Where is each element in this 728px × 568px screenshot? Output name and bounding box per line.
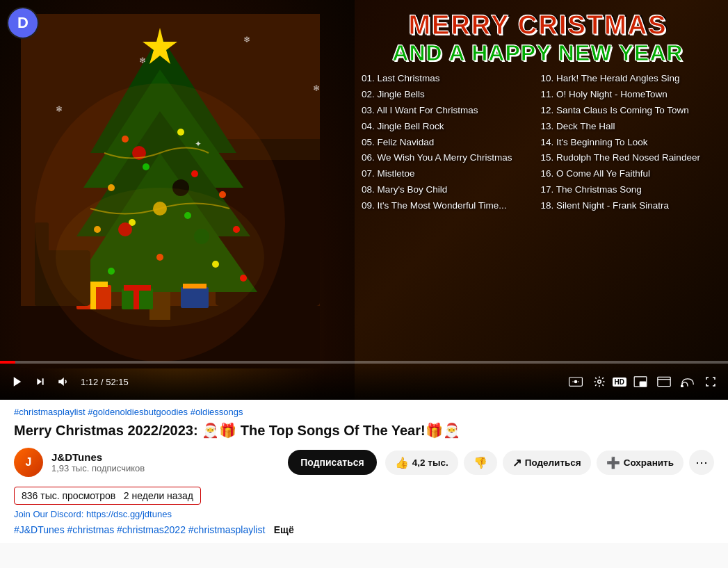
theater-button[interactable] xyxy=(654,373,674,390)
song-item: 02. Jingle Bells xyxy=(362,88,535,102)
channel-name[interactable]: J&DTunes xyxy=(51,451,280,463)
song-item: 04. Jingle Bell Rock xyxy=(362,120,535,134)
song-item: 17. The Christmas Song xyxy=(541,183,715,197)
save-button[interactable]: ➕ Сохранить xyxy=(597,451,683,475)
song-item: 01. Last Christmas xyxy=(362,72,535,86)
song-item: 06. We Wish You A Merry Christmas xyxy=(362,151,535,165)
below-video-section: #christmasplaylist #goldenoldiesbutgoodi… xyxy=(0,400,728,543)
song-item: 13. Deck The Hall xyxy=(541,120,715,134)
channel-avatar[interactable]: J xyxy=(14,448,43,477)
like-button[interactable]: 👍 4,2 тыс. xyxy=(385,451,458,475)
christmas-title: MERRY CRISTMAS AND A HAPPY NEW YEAR xyxy=(362,10,714,66)
snowflake: ❄ xyxy=(56,104,63,114)
dislike-button[interactable]: 👎 xyxy=(464,451,497,475)
save-icon: ➕ xyxy=(606,456,620,469)
svg-marker-43 xyxy=(37,378,42,384)
video-player[interactable]: ❄ ❄ ❄ ❄ ✦ ❄ D MERRY CRISTMAS AND A HAPPY… xyxy=(0,0,728,400)
svg-rect-53 xyxy=(658,377,670,386)
svg-rect-44 xyxy=(42,378,44,384)
discord-link[interactable]: Join Our Discord: https://dsc.gg/jdtunes xyxy=(14,509,714,519)
hd-badge: HD xyxy=(613,378,626,387)
share-button[interactable]: ↗ Поделиться xyxy=(503,451,591,475)
next-button[interactable] xyxy=(32,373,49,390)
svg-point-50 xyxy=(597,380,601,384)
tags-text[interactable]: #J&DTunes #christmas #christmas2022 #chr… xyxy=(14,524,265,535)
snowflake: ❄ xyxy=(243,35,250,44)
svg-marker-45 xyxy=(58,378,64,386)
snowflake: ✦ xyxy=(195,139,202,149)
christmas-tree-svg xyxy=(21,14,320,368)
svg-point-55 xyxy=(681,385,683,387)
fullscreen-button[interactable] xyxy=(702,373,720,391)
description-tags: #J&DTunes #christmas #christmas2022 #chr… xyxy=(14,524,714,536)
more-options-button[interactable]: ⋯ xyxy=(689,450,714,475)
svg-point-41 xyxy=(56,188,264,327)
volume-button[interactable] xyxy=(54,373,72,391)
video-tree-area: ❄ ❄ ❄ ❄ ✦ ❄ xyxy=(0,0,355,400)
song-item: 11. O! Holy Night - HomeTown xyxy=(541,88,715,102)
song-item: 18. Silent Night - Frank Sinatra xyxy=(541,199,715,213)
controls-bar: 1:12 / 52:15 HD xyxy=(0,364,728,400)
songs-grid: 01. Last Christmas 10. Hark! The Herald … xyxy=(362,72,714,213)
snowflake: ❄ xyxy=(139,56,146,65)
video-overlay: MERRY CRISTMAS AND A HAPPY NEW YEAR 01. … xyxy=(355,0,728,379)
views-stats-box: 836 тыс. просмотров 2 недели назад xyxy=(14,487,201,505)
video-title: Merry Christmas 2022/2023: 🎅🎁 The Top So… xyxy=(14,421,714,439)
channel-row: J J&DTunes 1,93 тыс. подписчиков Подписа… xyxy=(14,448,714,477)
discord-logo[interactable]: D xyxy=(7,7,39,39)
more-link[interactable]: Ещё xyxy=(274,524,294,535)
song-item: 05. Feliz Navidad xyxy=(362,136,535,150)
title-line1: MERRY CRISTMAS xyxy=(362,10,714,40)
svg-point-47 xyxy=(574,380,577,384)
action-buttons: 👍 4,2 тыс. 👎 ↗ Поделиться ➕ Сохранить ⋯ xyxy=(385,450,714,475)
like-icon: 👍 xyxy=(395,456,409,469)
time-display: 1:12 / 52:15 xyxy=(81,377,129,387)
share-icon: ↗ xyxy=(512,456,521,469)
song-item: 10. Hark! The Herald Angles Sing xyxy=(541,72,715,86)
dislike-icon: 👎 xyxy=(474,456,487,469)
song-item: 15. Rudolph The Red Nosed Raindeer xyxy=(541,151,715,165)
stats-row: 836 тыс. просмотров 2 недели назад Join … xyxy=(14,487,714,536)
subtitles-button[interactable] xyxy=(565,373,586,390)
channel-info: J&DTunes 1,93 тыс. подписчиков xyxy=(51,451,280,473)
subscribe-button[interactable]: Подписаться xyxy=(288,450,377,475)
song-item: 09. It's The Most Wonderful Time... xyxy=(362,199,535,213)
snowflake: ❄ xyxy=(313,83,320,93)
song-item: 08. Mary's Boy Child xyxy=(362,183,535,197)
cast-button[interactable] xyxy=(678,373,697,390)
hashtags-line[interactable]: #christmasplaylist #goldenoldiesbutgoodi… xyxy=(14,407,714,417)
play-button[interactable] xyxy=(8,373,26,391)
svg-rect-52 xyxy=(640,382,646,386)
title-line2: AND A HAPPY NEW YEAR xyxy=(362,40,714,66)
song-item: 03. All I Want For Christmas xyxy=(362,104,535,118)
song-item: 16. O Come All Ye Faithful xyxy=(541,167,715,181)
right-controls: HD xyxy=(565,373,720,391)
song-item: 14. It's Beginning To Look xyxy=(541,136,715,150)
song-item: 12. Santa Claus Is Coming To Town xyxy=(541,104,715,118)
settings-button[interactable] xyxy=(590,373,608,391)
svg-marker-42 xyxy=(14,377,22,387)
channel-subs: 1,93 тыс. подписчиков xyxy=(51,463,280,473)
miniplayer-button[interactable] xyxy=(631,373,650,390)
song-item: 07. Mistletoe xyxy=(362,167,535,181)
